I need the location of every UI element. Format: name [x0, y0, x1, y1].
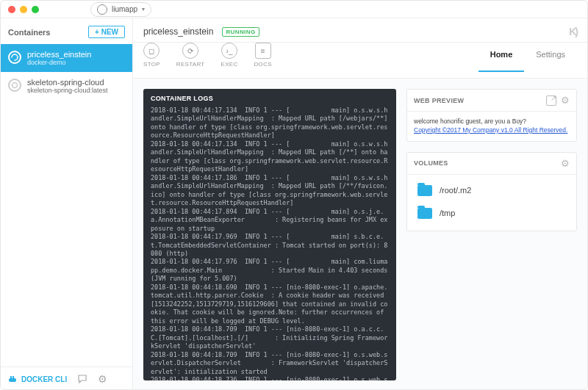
container-name: priceless_einstein [27, 50, 91, 59]
status-badge: RUNNING [222, 27, 259, 37]
volume-item[interactable]: /root/.m2 [410, 179, 573, 202]
container-name: skeleton-spring-cloud [27, 78, 108, 87]
user-menu[interactable]: liumapp ▾ [90, 2, 151, 17]
minimize-icon[interactable] [20, 6, 27, 13]
restart-button[interactable]: ⟳ RESTART [176, 43, 205, 68]
gear-icon[interactable]: ⚙ [561, 158, 570, 169]
svg-rect-3 [12, 376, 14, 378]
sidebar: Containers + NEW priceless_einstein dock… [1, 18, 133, 390]
volume-path: /tmp [440, 209, 455, 217]
tab-settings[interactable]: Settings [524, 43, 577, 72]
container-image: skeleton-spring-cloud:latest [27, 87, 108, 94]
folder-icon [417, 185, 432, 196]
preview-copyright-link[interactable]: Copyright ©2017 My Company v1.0 All Righ… [414, 126, 567, 134]
svg-rect-1 [9, 378, 16, 382]
svg-rect-2 [10, 376, 12, 378]
sidebar-item-priceless-einstein[interactable]: priceless_einstein docker-demo [1, 44, 132, 72]
tab-bar: Home Settings [478, 43, 577, 72]
sidebar-item-skeleton-spring-cloud[interactable]: skeleton-spring-cloud skeleton-spring-cl… [1, 72, 132, 100]
chevron-down-icon: ▾ [142, 6, 145, 12]
web-preview-title: WEB PREVIEW [414, 97, 542, 104]
username-label: liumapp [112, 5, 137, 13]
container-idle-icon [8, 79, 21, 92]
restart-icon: ⟳ [182, 43, 198, 59]
logs-panel: CONTAINER LOGS 2018-01-18 00:44:17.134 I… [143, 89, 396, 380]
volumes-title: VOLUMES [414, 159, 556, 167]
svg-point-0 [12, 83, 18, 88]
docs-button[interactable]: ≡ DOCS [254, 43, 272, 68]
gear-icon[interactable]: ⚙ [561, 95, 570, 106]
new-container-button[interactable]: + NEW [88, 26, 125, 38]
container-running-icon [8, 51, 21, 64]
preview-welcome: welcome honorific guest, are you a Boy? [414, 118, 570, 126]
stop-button[interactable]: ◻ STOP [143, 43, 160, 68]
whale-icon [8, 375, 18, 383]
kitematic-logo-icon: K) [569, 26, 577, 37]
volume-path: /root/.m2 [440, 186, 471, 195]
zoom-icon[interactable] [32, 6, 39, 13]
container-image: docker-demo [27, 59, 91, 66]
open-external-icon[interactable] [546, 95, 556, 106]
close-icon[interactable] [8, 6, 15, 13]
traffic-lights [8, 6, 39, 13]
tab-home[interactable]: Home [478, 43, 525, 72]
avatar-icon [97, 4, 107, 15]
docs-icon: ≡ [255, 43, 271, 59]
page-title: priceless_einstein [143, 26, 213, 37]
terminal-icon: ›_ [221, 43, 237, 59]
volume-item[interactable]: /tmp [410, 202, 573, 225]
folder-icon [417, 208, 432, 219]
main-area: priceless_einstein RUNNING K) ◻ STOP ⟳ R… [133, 18, 587, 390]
logs-title: CONTAINER LOGS [143, 89, 396, 106]
feedback-icon[interactable] [77, 374, 87, 384]
exec-button[interactable]: ›_ EXEC [221, 43, 238, 68]
gear-icon[interactable]: ⚙ [98, 373, 107, 385]
web-preview-body[interactable]: welcome honorific guest, are you a Boy? … [407, 112, 576, 141]
stop-icon: ◻ [143, 43, 159, 59]
logs-body[interactable]: 2018-01-18 00:44:17.134 INFO 1 --- [ mai… [143, 106, 396, 380]
docker-cli-button[interactable]: DOCKER CLI [8, 375, 67, 383]
volumes-card: VOLUMES ⚙ /root/.m2 /tmp [406, 152, 577, 231]
web-preview-card: WEB PREVIEW ⚙ welcome honorific guest, a… [406, 89, 577, 142]
window-titlebar: liumapp ▾ [1, 1, 587, 18]
sidebar-heading: Containers [8, 28, 50, 37]
